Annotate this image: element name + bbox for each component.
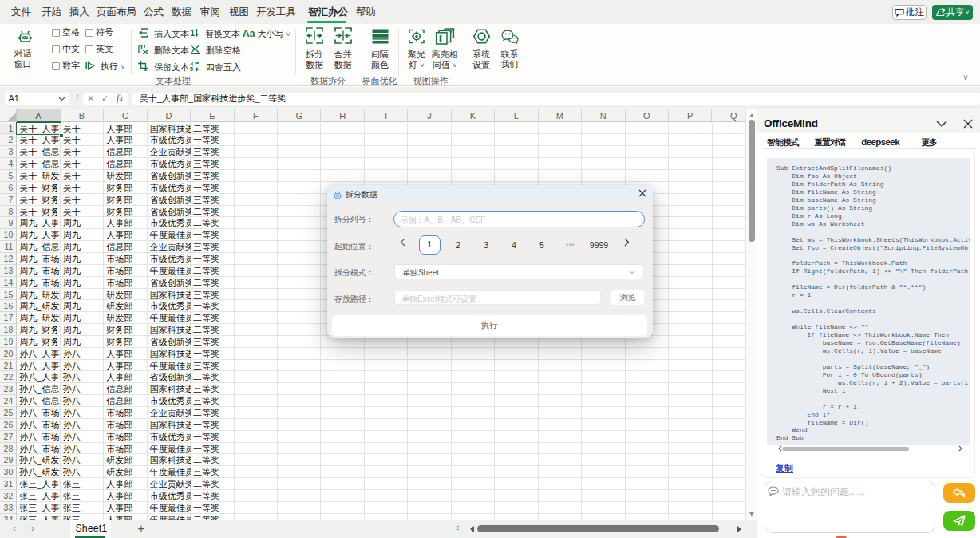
svg-text:5: 5 bbox=[190, 65, 193, 71]
svg-text:1: 1 bbox=[190, 28, 195, 38]
